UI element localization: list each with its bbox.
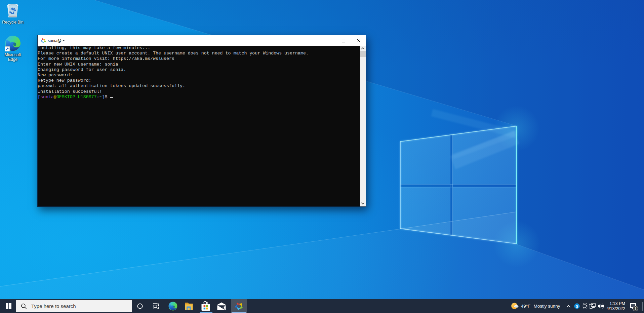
svg-text:1: 1: [634, 307, 636, 311]
svg-text:S: S: [575, 304, 578, 308]
